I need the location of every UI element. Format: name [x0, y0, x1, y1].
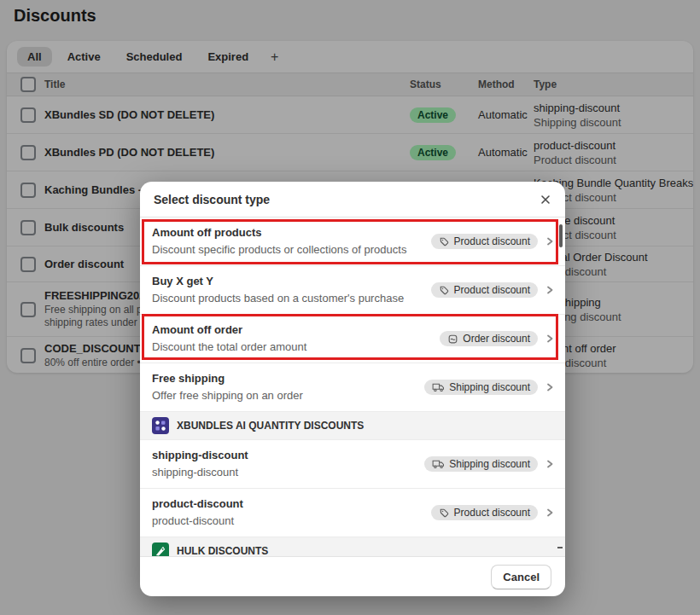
modal-footer: Cancel — [140, 556, 565, 596]
chevron-right-icon — [545, 459, 554, 469]
badge-shipping-discount: Shipping discount — [424, 380, 538, 395]
shipping-truck-icon — [432, 459, 445, 469]
option-app-product-discount[interactable]: product-discount product-discount Produc… — [140, 489, 565, 537]
badge-product-discount: Product discount — [431, 234, 538, 249]
option-amount-off-order[interactable]: Amount off order Discount the total orde… — [140, 315, 565, 363]
hulk-app-icon — [152, 542, 169, 556]
close-icon[interactable] — [540, 194, 551, 206]
chevron-right-icon — [545, 508, 554, 518]
section-label: HULK DISCOUNTS — [177, 545, 268, 556]
badge-product-discount: Product discount — [431, 282, 538, 298]
tag-icon — [439, 508, 450, 519]
discount-type-list: Amount off products Discount specific pr… — [140, 218, 565, 556]
chevron-right-icon — [545, 334, 554, 344]
badge-product-discount: Product discount — [431, 505, 538, 520]
select-discount-type-modal: Select discount type Amount off products… — [140, 182, 565, 596]
tag-icon — [439, 236, 450, 247]
chevron-right-icon — [545, 236, 554, 247]
option-buy-x-get-y[interactable]: Buy X get Y Discount products based on a… — [140, 266, 565, 315]
app-section-hulk: HULK DISCOUNTS — [140, 537, 565, 556]
section-label: XBUNDLES AI QUANTITY DISCOUNTS — [177, 420, 364, 432]
chevron-right-icon — [545, 382, 554, 392]
modal-scrollbar[interactable] — [559, 224, 563, 247]
option-app-shipping-discount[interactable]: shipping-discount shipping-discount Ship… — [140, 440, 565, 489]
tag-icon — [439, 285, 450, 296]
chevron-right-icon — [545, 285, 554, 295]
cancel-button[interactable]: Cancel — [491, 565, 551, 589]
badge-shipping-discount: Shipping discount — [424, 456, 538, 472]
modal-scrollbar-end — [557, 547, 563, 548]
badge-order-discount: Order discount — [440, 331, 538, 346]
modal-header: Select discount type — [140, 182, 565, 218]
option-amount-off-products[interactable]: Amount off products Discount specific pr… — [140, 218, 565, 266]
option-free-shipping[interactable]: Free shipping Offer free shipping on an … — [140, 363, 565, 412]
order-icon — [447, 334, 458, 345]
shipping-truck-icon — [432, 382, 445, 392]
modal-title: Select discount type — [154, 193, 270, 206]
xbundles-app-icon — [152, 417, 169, 434]
app-section-xbundles: XBUNDLES AI QUANTITY DISCOUNTS — [140, 412, 565, 440]
